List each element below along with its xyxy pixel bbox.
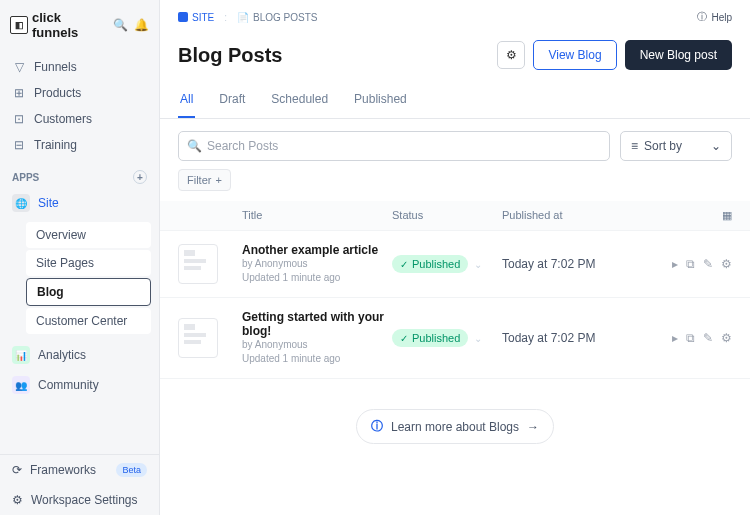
gear-icon[interactable]: ⚙ bbox=[721, 257, 732, 271]
nav-workspace-settings[interactable]: ⚙Workspace Settings bbox=[0, 485, 159, 515]
new-blog-post-button[interactable]: New Blog post bbox=[625, 40, 732, 70]
community-icon: 👥 bbox=[12, 376, 30, 394]
gear-icon[interactable]: ⚙ bbox=[721, 331, 732, 345]
nav-products[interactable]: ⊞Products bbox=[0, 80, 159, 106]
arrow-right-icon: → bbox=[527, 420, 539, 434]
chevron-down-icon[interactable]: ⌄ bbox=[474, 333, 482, 344]
nav-customers[interactable]: ⊡Customers bbox=[0, 106, 159, 132]
sub-blog[interactable]: Blog bbox=[26, 278, 151, 306]
post-thumbnail bbox=[178, 318, 218, 358]
post-author: by Anonymous bbox=[242, 338, 392, 352]
site-crumb-icon bbox=[178, 12, 188, 22]
site-icon: 🌐 bbox=[12, 194, 30, 212]
customers-icon: ⊡ bbox=[12, 112, 26, 126]
plus-icon: + bbox=[215, 174, 221, 186]
edit-icon[interactable]: ✎ bbox=[703, 331, 713, 345]
duplicate-icon[interactable]: ⧉ bbox=[686, 257, 695, 271]
tab-all[interactable]: All bbox=[178, 84, 195, 118]
chevron-down-icon: ⌄ bbox=[711, 139, 721, 153]
main-content: SITE : 📄BLOG POSTS ⓘHelp Blog Posts ⚙ Vi… bbox=[160, 0, 750, 515]
bell-icon[interactable]: 🔔 bbox=[134, 18, 149, 32]
nav-frameworks[interactable]: ⟳Frameworks Beta bbox=[0, 455, 159, 485]
col-published: Published at bbox=[502, 209, 652, 222]
col-title: Title bbox=[242, 209, 392, 222]
post-author: by Anonymous bbox=[242, 257, 392, 271]
training-icon: ⊟ bbox=[12, 138, 26, 152]
page-title: Blog Posts bbox=[178, 44, 497, 67]
view-icon[interactable]: ▸ bbox=[672, 331, 678, 345]
learn-more-button[interactable]: ⓘ Learn more about Blogs → bbox=[356, 409, 554, 444]
settings-button[interactable]: ⚙ bbox=[497, 41, 525, 69]
app-community[interactable]: 👥 Community bbox=[0, 370, 159, 400]
info-icon: ⓘ bbox=[371, 418, 383, 435]
add-app-button[interactable]: + bbox=[133, 170, 147, 184]
table-row[interactable]: Another example article by Anonymous Upd… bbox=[160, 231, 750, 298]
crumb-site[interactable]: SITE bbox=[178, 12, 214, 23]
duplicate-icon[interactable]: ⧉ bbox=[686, 331, 695, 345]
check-icon: ✓ bbox=[400, 333, 408, 344]
chevron-down-icon[interactable]: ⌄ bbox=[474, 259, 482, 270]
crumb-separator: : bbox=[224, 12, 227, 23]
published-at: Today at 7:02 PM bbox=[502, 257, 595, 271]
sub-customer-center[interactable]: Customer Center bbox=[26, 308, 151, 334]
gear-icon: ⚙ bbox=[506, 48, 517, 62]
search-icon: 🔍 bbox=[187, 139, 202, 153]
analytics-icon: 📊 bbox=[12, 346, 30, 364]
sort-button[interactable]: ≡Sort by ⌄ bbox=[620, 131, 732, 161]
gear-icon: ⚙ bbox=[12, 493, 23, 507]
help-icon: ⓘ bbox=[697, 10, 707, 24]
help-link[interactable]: ⓘHelp bbox=[697, 10, 732, 24]
check-icon: ✓ bbox=[400, 259, 408, 270]
sort-icon: ≡ bbox=[631, 139, 638, 153]
table-header: Title Status Published at ▦ bbox=[160, 201, 750, 231]
post-updated: Updated 1 minute ago bbox=[242, 352, 392, 366]
table-row[interactable]: Getting started with your blog! by Anony… bbox=[160, 298, 750, 379]
crumb-blog-posts[interactable]: 📄BLOG POSTS bbox=[237, 12, 317, 23]
col-status: Status bbox=[392, 209, 502, 222]
tab-published[interactable]: Published bbox=[352, 84, 409, 118]
calendar-icon[interactable]: ▦ bbox=[722, 209, 732, 221]
status-badge: ✓Published bbox=[392, 329, 468, 347]
products-icon: ⊞ bbox=[12, 86, 26, 100]
app-site[interactable]: 🌐 Site bbox=[0, 188, 159, 218]
tab-scheduled[interactable]: Scheduled bbox=[269, 84, 330, 118]
app-analytics[interactable]: 📊 Analytics bbox=[0, 340, 159, 370]
document-icon: 📄 bbox=[237, 12, 249, 23]
filter-button[interactable]: Filter+ bbox=[178, 169, 231, 191]
post-title: Getting started with your blog! bbox=[242, 310, 392, 338]
brand-name: click funnels bbox=[32, 10, 109, 40]
breadcrumb: SITE : 📄BLOG POSTS ⓘHelp bbox=[160, 0, 750, 30]
sub-overview[interactable]: Overview bbox=[26, 222, 151, 248]
status-badge: ✓Published bbox=[392, 255, 468, 273]
sidebar: ◧ click funnels 🔍 🔔 ▽Funnels ⊞Products ⊡… bbox=[0, 0, 160, 515]
view-blog-button[interactable]: View Blog bbox=[533, 40, 616, 70]
tab-draft[interactable]: Draft bbox=[217, 84, 247, 118]
post-thumbnail bbox=[178, 244, 218, 284]
brand-logo: ◧ bbox=[10, 16, 28, 34]
nav-funnels[interactable]: ▽Funnels bbox=[0, 54, 159, 80]
search-icon[interactable]: 🔍 bbox=[113, 18, 128, 32]
sub-site-pages[interactable]: Site Pages bbox=[26, 250, 151, 276]
frameworks-icon: ⟳ bbox=[12, 463, 22, 477]
published-at: Today at 7:02 PM bbox=[502, 331, 595, 345]
post-title: Another example article bbox=[242, 243, 392, 257]
post-updated: Updated 1 minute ago bbox=[242, 271, 392, 285]
brand: ◧ click funnels 🔍 🔔 bbox=[0, 0, 159, 50]
nav-training[interactable]: ⊟Training bbox=[0, 132, 159, 158]
edit-icon[interactable]: ✎ bbox=[703, 257, 713, 271]
apps-header: APPS + bbox=[0, 162, 159, 188]
search-input[interactable] bbox=[178, 131, 610, 161]
view-icon[interactable]: ▸ bbox=[672, 257, 678, 271]
tabs: All Draft Scheduled Published bbox=[160, 84, 750, 119]
beta-badge: Beta bbox=[116, 463, 147, 477]
funnel-icon: ▽ bbox=[12, 60, 26, 74]
